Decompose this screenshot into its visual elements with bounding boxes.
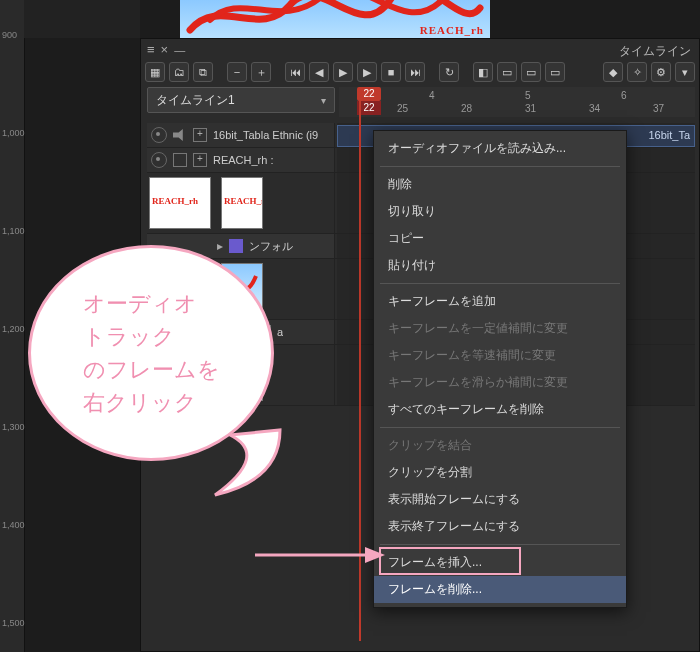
ruler-mark: 1,000 xyxy=(2,128,25,138)
grid-icon[interactable]: ▦ xyxy=(145,62,165,82)
speaker-icon[interactable] xyxy=(173,129,187,141)
menu-item[interactable]: コピー xyxy=(374,225,626,252)
visibility-toggle-icon[interactable] xyxy=(151,152,167,168)
menu-item[interactable]: 表示開始フレームにする xyxy=(374,486,626,513)
clip-tool-a-icon[interactable]: ▭ xyxy=(497,62,517,82)
onion-skin-icon[interactable]: ◧ xyxy=(473,62,493,82)
ruler-tick: 25 xyxy=(397,103,408,114)
go-first-icon[interactable]: ⏮ xyxy=(285,62,305,82)
play-icon[interactable]: ▶ xyxy=(333,62,353,82)
ruler-tick: 5 xyxy=(525,90,531,101)
playhead-frame-bottom: 22 xyxy=(357,101,381,115)
playhead-frame-top[interactable]: 22 xyxy=(357,87,381,101)
cel-track-name: a xyxy=(277,326,283,338)
panel-menu-icon[interactable]: ≡ xyxy=(147,42,155,57)
thumb-text: REACH_rh xyxy=(152,196,198,206)
dropdown-icon[interactable]: ▾ xyxy=(675,62,695,82)
expand-icon[interactable]: + xyxy=(193,128,207,142)
ruler-tick: 31 xyxy=(525,103,536,114)
layer-type-icon xyxy=(173,153,187,167)
timeline-selector[interactable]: タイムライン1 ▾ xyxy=(147,87,335,113)
menu-item: キーフレームを一定値補間に変更 xyxy=(374,315,626,342)
folder-name: ンフォル xyxy=(249,239,293,254)
fx-icon[interactable]: ✧ xyxy=(627,62,647,82)
loop-icon[interactable]: ↻ xyxy=(439,62,459,82)
ruler-mark: 900 xyxy=(2,30,17,40)
ruler-tick: 4 xyxy=(429,90,435,101)
timeline-toolbar: ▦ 🗂 ⧉ − ＋ ⏮ ◀ ▶ ▶ ■ ⏭ ↻ ◧ ▭ ▭ ▭ ◆ ✧ ⚙ ▾ xyxy=(145,61,695,83)
marker-icon[interactable]: ◆ xyxy=(603,62,623,82)
menu-item[interactable]: 表示終了フレームにする xyxy=(374,513,626,540)
svg-marker-1 xyxy=(365,547,385,563)
artwork-signature: REACH_rh xyxy=(420,24,484,36)
prev-frame-icon[interactable]: ◀ xyxy=(309,62,329,82)
panel-collapse-icon[interactable]: — xyxy=(174,44,185,56)
canvas-preview: REACH_rh xyxy=(180,0,490,38)
folder-icon xyxy=(229,239,243,253)
ruler-mark: 1,200 xyxy=(2,324,25,334)
menu-item[interactable]: 貼り付け xyxy=(374,252,626,279)
clip-tool-b-icon[interactable]: ▭ xyxy=(521,62,541,82)
panel-title: タイムライン xyxy=(619,43,691,60)
cel-thumbnail[interactable]: REACH_rh xyxy=(149,177,211,229)
audio-clip-label: 16bit_Ta xyxy=(648,129,690,141)
menu-item: クリップを結合 xyxy=(374,432,626,459)
ruler-tick: 28 xyxy=(461,103,472,114)
menu-separator xyxy=(380,166,620,167)
chevron-right-icon[interactable]: ▸ xyxy=(217,239,223,253)
menu-item[interactable]: フレームを挿入... xyxy=(374,549,626,576)
menu-item: キーフレームを滑らか補間に変更 xyxy=(374,369,626,396)
ruler-tick: 37 xyxy=(653,103,664,114)
cel-thumbnail[interactable]: REACH_rh xyxy=(221,177,263,229)
panel-close-icon[interactable]: × xyxy=(161,42,169,57)
canvas-area-left xyxy=(24,0,140,38)
ruler-tick: 6 xyxy=(621,90,627,101)
chevron-down-icon: ▾ xyxy=(321,95,326,106)
next-frame-icon[interactable]: ▶ xyxy=(357,62,377,82)
ruler-mark: 1,100 xyxy=(2,226,25,236)
ruler-mark: 1,500 xyxy=(2,618,25,628)
expand-icon[interactable]: + xyxy=(193,153,207,167)
menu-separator xyxy=(380,544,620,545)
menu-item[interactable]: オーディオファイルを読み込み... xyxy=(374,135,626,162)
annotation-arrow xyxy=(255,530,395,580)
layer-track-name: REACH_rh : xyxy=(213,154,274,166)
annotation-bubble: オーディオトラックのフレームを右クリック xyxy=(28,245,274,461)
go-last-icon[interactable]: ⏭ xyxy=(405,62,425,82)
ruler-tick: 34 xyxy=(589,103,600,114)
new-timeline-icon[interactable]: ⧉ xyxy=(193,62,213,82)
menu-item: キーフレームを等速補間に変更 xyxy=(374,342,626,369)
menu-separator xyxy=(380,427,620,428)
canvas-vertical-ruler: 900 1,000 1,100 1,200 1,300 1,400 1,500 xyxy=(0,0,25,652)
layers-icon[interactable]: 🗂 xyxy=(169,62,189,82)
ruler-mark: 1,400 xyxy=(2,520,25,530)
menu-separator xyxy=(380,283,620,284)
stop-icon[interactable]: ■ xyxy=(381,62,401,82)
ruler-mark: 1,300 xyxy=(2,422,25,432)
zoom-in-icon[interactable]: ＋ xyxy=(251,62,271,82)
menu-item[interactable]: クリップを分割 xyxy=(374,459,626,486)
settings-icon[interactable]: ⚙ xyxy=(651,62,671,82)
frame-ruler[interactable]: 22 22 4 5 6 7 25 28 31 34 37 40 43 xyxy=(339,87,695,117)
timeline-name-label: タイムライン1 xyxy=(156,92,235,109)
audio-track-name: 16bit_Tabla Ethnic (i9 xyxy=(213,129,318,141)
menu-item[interactable]: フレームを削除... xyxy=(374,576,626,603)
frame-context-menu: オーディオファイルを読み込み...削除切り取りコピー貼り付けキーフレームを追加キ… xyxy=(373,130,627,608)
visibility-toggle-icon[interactable] xyxy=(151,127,167,143)
zoom-out-icon[interactable]: − xyxy=(227,62,247,82)
menu-item[interactable]: すべてのキーフレームを削除 xyxy=(374,396,626,423)
panel-tab-controls: ≡ × — xyxy=(147,42,185,57)
clip-tool-c-icon[interactable]: ▭ xyxy=(545,62,565,82)
annotation-text: オーディオトラックのフレームを右クリック xyxy=(83,287,220,419)
menu-item[interactable]: 削除 xyxy=(374,171,626,198)
thumb-text: REACH_rh xyxy=(224,196,263,206)
menu-item[interactable]: キーフレームを追加 xyxy=(374,288,626,315)
menu-item[interactable]: 切り取り xyxy=(374,198,626,225)
